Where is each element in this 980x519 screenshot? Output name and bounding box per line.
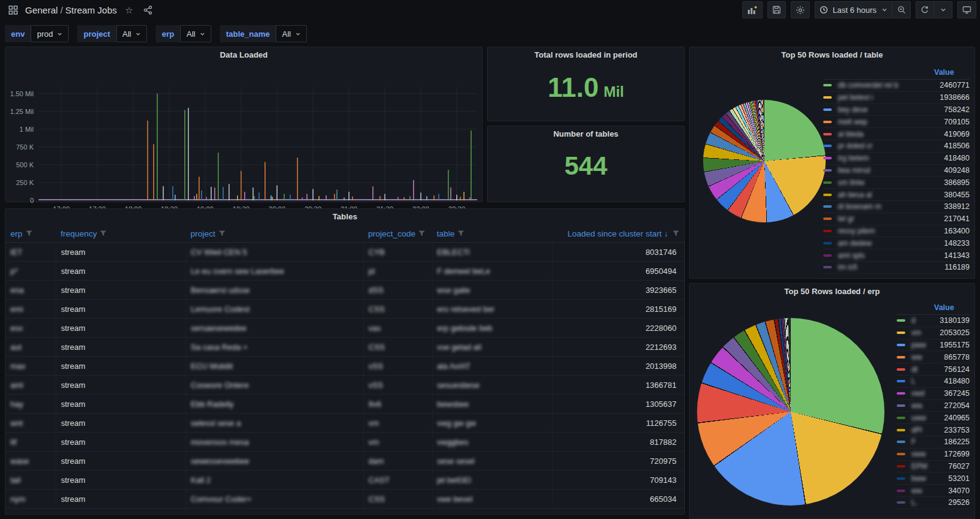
legend-item[interactable]: tm icfi116189 (823, 262, 970, 274)
panel-title[interactable]: Total rows loaded in period (488, 47, 684, 63)
filter-erp-value[interactable]: All (180, 25, 211, 42)
table-row: nymstreamComvour Coder+CSSvwe bevel66503… (6, 490, 684, 509)
legend-item[interactable]: L418480 (897, 376, 970, 388)
filter-table-name-value[interactable]: All (276, 25, 306, 42)
panel-title[interactable]: Data Loaded (6, 47, 482, 63)
breadcrumb[interactable]: General/Stream Jobs (25, 5, 117, 15)
legend-item[interactable]: ah besa al380455 (823, 189, 970, 201)
legend-value: 29526 (934, 498, 970, 507)
legend-rows: db comverdel rel b2460771pel betevi i193… (823, 80, 970, 274)
legend-marker (897, 501, 905, 504)
legend-item[interactable]: dt756124 (897, 363, 970, 376)
column-header-project[interactable]: project (186, 225, 363, 243)
panel-title[interactable]: Top 50 Rows loaded / table (690, 47, 974, 63)
cell-project_code: CSS (363, 300, 432, 319)
legend-item[interactable]: am dedew148233 (823, 237, 970, 249)
chevron-down-icon (200, 31, 205, 37)
column-header-table[interactable]: table (432, 225, 552, 243)
panel-title[interactable]: Number of tables (488, 126, 684, 142)
filter-project-value[interactable]: All (116, 25, 147, 42)
legend-item[interactable]: ressy pilem163400 (823, 225, 970, 238)
legend-marker (897, 344, 905, 346)
legend-item[interactable]: trg betem418480 (823, 153, 970, 165)
legend-item[interactable]: dPl233753 (897, 424, 970, 436)
panel-title[interactable]: Tables (6, 209, 684, 225)
legend-item[interactable]: ww865778 (897, 351, 970, 363)
legend-item[interactable]: pr doled cr418506 (823, 140, 970, 153)
panel-title[interactable]: Top 50 Rows loaded / erp (690, 284, 974, 300)
column-header-frequency[interactable]: frequency (56, 225, 186, 243)
pie-chart-rows-per-table[interactable] (703, 100, 826, 222)
filter-icon[interactable] (458, 229, 464, 238)
time-range-picker[interactable]: Last 6 hours (815, 1, 892, 18)
cell-erp: p* (6, 262, 56, 281)
cell-project_code: 9v6 (363, 395, 432, 414)
legend-item[interactable]: bey dese758242 (823, 104, 970, 116)
legend-value: 116189 (934, 263, 970, 271)
share-icon[interactable] (141, 3, 155, 17)
legend-item[interactable]: ww34070 (897, 485, 970, 497)
legend-value: 148233 (934, 239, 970, 248)
legend-item[interactable]: aml spls141343 (823, 249, 970, 262)
legend-item[interactable]: pww1955175 (897, 339, 970, 352)
legend-label-redacted: tel gr (838, 214, 934, 223)
legend-item[interactable]: ww.272054 (897, 400, 970, 412)
legend-label-redacted: vm (911, 328, 934, 337)
column-header-erp[interactable]: erp (6, 225, 56, 243)
legend-value: 418480 (934, 377, 970, 385)
page-title: Stream Jobs (66, 5, 117, 15)
legend-item[interactable]: tel gr217041 (823, 213, 970, 225)
legend-item[interactable]: vm2053025 (897, 327, 970, 339)
legend-item[interactable]: di bowsam m338912 (823, 201, 970, 213)
legend-marker (823, 194, 832, 196)
filter-icon[interactable] (219, 229, 225, 238)
legend-item[interactable]: vwd367245 (897, 388, 970, 400)
legend-item[interactable]: EPM76027 (897, 461, 970, 473)
legend-item[interactable]: F186225 (897, 436, 970, 449)
legend-item[interactable]: d3180139 (897, 315, 970, 327)
legend-item[interactable]: vww172699 (897, 449, 970, 461)
panel-number-of-tables: Number of tables 544 (487, 126, 685, 202)
legend-item[interactable]: bww53201 (897, 472, 970, 485)
legend-item[interactable]: al bleda419069 (823, 128, 970, 140)
filter-icon[interactable] (418, 229, 425, 238)
legend-label-redacted: EPM (911, 462, 934, 471)
cell-loaded-since-cluster-start: 817882 (552, 433, 684, 452)
legend-item[interactable]: db comverdel rel b2460771 (823, 80, 970, 92)
cycle-view-mode-button[interactable] (957, 1, 976, 18)
favorite-star-icon[interactable]: ☆ (123, 3, 136, 17)
column-header-loaded-since-cluster-start[interactable]: Loaded since cluster start↓ (552, 225, 684, 243)
cell-frequency: stream (56, 490, 186, 509)
filter-env-value[interactable]: prod (31, 25, 69, 42)
legend-item[interactable]: L.29526 (897, 497, 970, 509)
chevron-down-icon (940, 7, 946, 13)
legend-value-header[interactable]: Value (934, 303, 970, 312)
legend-value: 141343 (934, 251, 970, 260)
cell-table: ala AvIAT (432, 357, 552, 376)
dashboard-settings-button[interactable] (791, 1, 810, 18)
filter-icon[interactable] (100, 229, 107, 238)
refresh-button[interactable] (916, 1, 934, 18)
pie-chart-rows-per-erp[interactable] (697, 318, 884, 506)
cell-loaded-since-cluster-start: 665034 (552, 490, 684, 509)
refresh-interval-dropdown[interactable] (934, 1, 952, 18)
timeseries-plot[interactable]: 0250 K500 K750 K1 Mil1.25 Mil1.50 Mil17:… (6, 63, 482, 219)
legend-item[interactable]: uww240965 (897, 412, 970, 424)
breadcrumb-folder[interactable]: General (25, 5, 58, 15)
add-panel-button[interactable] (742, 1, 763, 18)
filter-icon[interactable] (26, 229, 32, 238)
dashboards-grid-icon[interactable] (6, 3, 20, 17)
save-dashboard-button[interactable] (767, 1, 786, 18)
legend-value-header[interactable]: Value (934, 68, 970, 77)
legend-item[interactable]: sm tlnlw386895 (823, 176, 970, 189)
column-header-project_code[interactable]: project_code (363, 225, 432, 243)
legend-label-redacted: F (911, 438, 934, 446)
legend-value: 217041 (934, 214, 970, 223)
cell-project: Bensaersi udsse (186, 281, 363, 300)
legend-item[interactable]: bea mirsd409248 (823, 165, 970, 177)
zoom-out-time-button[interactable] (892, 1, 911, 18)
legend-item[interactable]: pel betevi i1938666 (823, 92, 970, 104)
legend-item[interactable]: melt wep709105 (823, 116, 970, 128)
filter-table-name: table_name All (220, 25, 307, 42)
filter-icon[interactable] (673, 229, 679, 238)
